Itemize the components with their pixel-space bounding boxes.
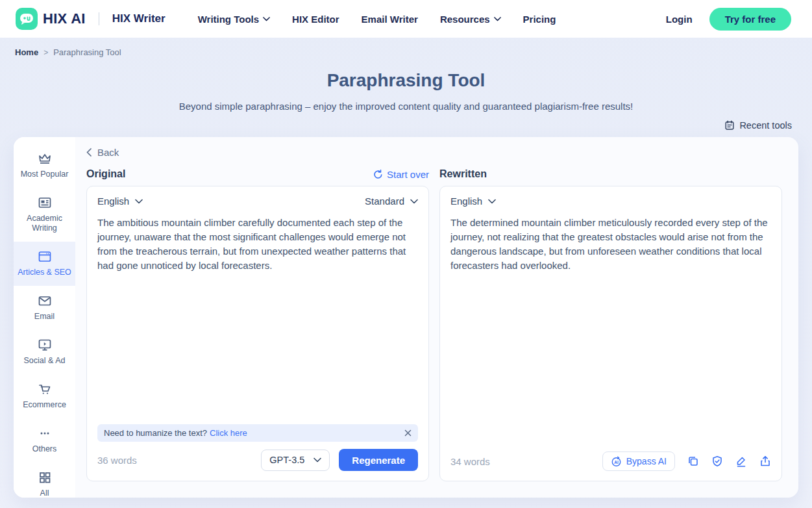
model-select[interactable]: GPT-3.5 <box>261 450 330 471</box>
nav-item-label: HIX Editor <box>292 14 339 25</box>
close-icon[interactable] <box>404 429 412 437</box>
sidebar-item-social-ad[interactable]: Social & Ad <box>14 330 75 374</box>
breadcrumb-home-link[interactable]: Home <box>15 47 38 57</box>
main-nav: Writing Tools HIX Editor Email Writer Re… <box>198 14 556 25</box>
monitor-play-icon <box>37 338 53 352</box>
sidebar-item-label: Academic Writing <box>16 214 73 233</box>
nav-item-label: Resources <box>440 14 490 25</box>
copy-icon[interactable] <box>687 455 699 467</box>
shopping-cart-icon <box>37 382 53 396</box>
sidebar-item-label: Most Popular <box>21 170 69 179</box>
nav-item-resources[interactable]: Resources <box>440 14 501 25</box>
ai-badge-icon: AI <box>611 456 622 467</box>
original-text-area[interactable]: The ambitious mountain climber carefully… <box>97 216 418 273</box>
login-link[interactable]: Login <box>666 14 693 25</box>
product-name: HIX Writer <box>112 12 166 25</box>
original-panel: English Standard The ambitious mountain … <box>86 186 429 481</box>
nav-item-email-writer[interactable]: Email Writer <box>362 14 418 25</box>
sidebar-item-academic-writing[interactable]: Academic Writing <box>14 188 75 242</box>
nav-item-pricing[interactable]: Pricing <box>523 14 556 25</box>
bypass-ai-label: Bypass AI <box>626 456 667 466</box>
sidebar-item-most-popular[interactable]: Most Popular <box>14 144 75 188</box>
regenerate-button[interactable]: Regenerate <box>339 449 418 471</box>
sidebar-item-label: Ecommerce <box>23 400 66 410</box>
model-value: GPT-3.5 <box>269 455 304 465</box>
hix-logo-icon <box>16 8 38 30</box>
original-word-count: 36 words <box>97 455 137 466</box>
chevron-down-icon <box>410 199 418 204</box>
grid-icon <box>37 470 53 485</box>
start-over-label: Start over <box>387 169 429 180</box>
original-language-select[interactable]: English <box>97 196 143 207</box>
top-navbar: HIX AI HIX Writer Writing Tools HIX Edit… <box>0 0 812 38</box>
shield-check-icon[interactable] <box>711 455 723 467</box>
nav-item-hix-editor[interactable]: HIX Editor <box>292 14 339 25</box>
style-value: Standard <box>365 196 404 207</box>
sidebar-item-ecommerce[interactable]: Ecommerce <box>14 374 75 418</box>
browser-window-icon <box>37 249 53 264</box>
back-label: Back <box>97 147 119 158</box>
style-select[interactable]: Standard <box>365 196 418 207</box>
nav-item-label: Pricing <box>523 14 556 25</box>
brand-divider <box>99 12 99 25</box>
bypass-ai-button[interactable]: AI Bypass AI <box>602 451 675 471</box>
chevron-left-icon <box>86 148 92 157</box>
chevron-down-icon <box>314 457 321 463</box>
nav-item-writing-tools[interactable]: Writing Tools <box>198 14 270 25</box>
nav-item-label: Email Writer <box>362 14 418 25</box>
rewritten-word-count: 34 words <box>450 456 490 467</box>
header-right: Login Try for free <box>666 8 791 31</box>
tool-content: Back Original Start over Rewritten <box>75 137 798 498</box>
newspaper-icon <box>37 196 53 210</box>
chevron-down-icon <box>494 17 501 21</box>
rewritten-panel: English The determined mountain climber … <box>439 186 782 481</box>
export-icon[interactable] <box>759 455 771 467</box>
humanize-banner: Need to humanize the text? Click here <box>97 424 418 442</box>
humanize-prompt: Need to humanize the text? <box>104 428 207 438</box>
rewritten-text-area[interactable]: The determined mountain climber meticulo… <box>450 216 771 273</box>
ellipsis-icon <box>37 426 53 440</box>
humanize-link[interactable]: Click here <box>210 428 247 438</box>
rewritten-language-value: English <box>450 196 482 207</box>
category-sidebar: Most Popular Academic Writing Articles &… <box>14 137 75 498</box>
breadcrumb-separator: > <box>43 48 48 57</box>
edit-icon[interactable] <box>735 455 747 467</box>
back-button[interactable]: Back <box>86 147 132 158</box>
rewritten-heading: Rewritten <box>439 168 487 180</box>
crown-icon <box>37 151 53 166</box>
chevron-down-icon <box>488 199 496 204</box>
sidebar-item-others[interactable]: Others <box>14 418 75 463</box>
breadcrumb-current: Paraphrasing Tool <box>53 47 121 57</box>
sidebar-item-label: Articles & SEO <box>18 268 71 277</box>
brand[interactable]: HIX AI HIX Writer <box>16 8 166 30</box>
breadcrumb: Home > Paraphrasing Tool <box>0 38 812 57</box>
chevron-down-icon <box>263 17 270 21</box>
sidebar-item-label: All <box>40 489 49 498</box>
rewritten-actions <box>687 455 771 467</box>
restart-icon <box>373 170 383 179</box>
sidebar-item-email[interactable]: Email <box>14 286 75 330</box>
recent-tools-button[interactable]: Recent tools <box>724 120 792 131</box>
clipboard-icon <box>724 120 735 131</box>
sidebar-item-all[interactable]: All <box>14 463 75 507</box>
svg-text:AI: AI <box>614 459 619 464</box>
sidebar-item-label: Others <box>32 444 57 454</box>
tool-card: Most Popular Academic Writing Articles &… <box>14 137 798 498</box>
columns-header: Original Start over Rewritten <box>86 168 782 180</box>
nav-item-label: Writing Tools <box>198 14 259 25</box>
sidebar-item-label: Social & Ad <box>24 356 66 366</box>
sidebar-item-articles-seo[interactable]: Articles & SEO <box>14 242 75 286</box>
page-subtitle: Beyond simple paraphrasing – enjoy the i… <box>0 101 812 112</box>
start-over-button[interactable]: Start over <box>373 169 429 180</box>
panels-row: English Standard The ambitious mountain … <box>86 186 782 481</box>
rewritten-language-select[interactable]: English <box>450 196 496 207</box>
original-language-value: English <box>97 196 129 207</box>
page-title: Paraphrasing Tool <box>0 70 812 91</box>
original-heading: Original <box>86 168 125 180</box>
recent-tools-label: Recent tools <box>739 120 792 131</box>
sidebar-item-label: Email <box>34 312 55 322</box>
chevron-down-icon <box>135 199 143 204</box>
brand-name: HIX AI <box>43 10 86 27</box>
envelope-icon <box>37 294 53 308</box>
try-for-free-button[interactable]: Try for free <box>709 8 791 31</box>
